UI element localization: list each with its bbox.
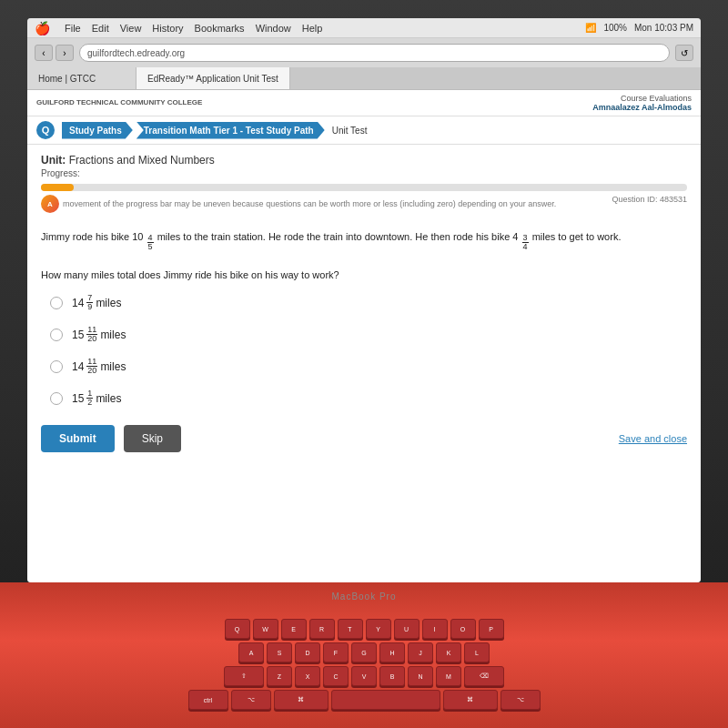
main-content: Unit: Fractions and Mixed Numbers Progre… [27, 145, 701, 461]
key-delete[interactable]: ⌫ [464, 666, 504, 686]
menu-bookmarks[interactable]: Bookmarks [195, 23, 245, 34]
key-l[interactable]: L [464, 642, 490, 662]
refresh-button[interactable]: ↺ [675, 45, 693, 61]
breadcrumb-q-icon: Q [36, 121, 55, 139]
question-text-part1: Jimmy rode his bike 10 [41, 231, 144, 242]
menu-window[interactable]: Window [256, 23, 291, 34]
key-a[interactable]: A [238, 642, 264, 662]
radio-4[interactable] [50, 392, 63, 405]
key-x[interactable]: X [295, 666, 320, 686]
mixed-num-2: 3 4 [521, 234, 530, 251]
nav-buttons: ‹ › [35, 45, 74, 61]
course-eval-section: Course Evaluations Amnaalazez Aal-Almoda… [592, 94, 692, 112]
progress-bar-fill [41, 184, 74, 191]
menu-file[interactable]: File [65, 23, 81, 34]
key-u[interactable]: U [394, 619, 420, 639]
key-q[interactable]: Q [225, 619, 250, 639]
key-r[interactable]: R [309, 619, 335, 639]
apple-menu-icon[interactable]: 🍎 [35, 21, 50, 35]
key-g[interactable]: G [351, 642, 377, 662]
choice-3: 14 11 20 miles [50, 358, 687, 375]
choice-4: 15 1 2 miles [50, 389, 687, 407]
course-eval-label: Course Evaluations [592, 94, 692, 103]
question-header: A movement of the progress bar may be un… [41, 195, 687, 222]
url-text: guilfordtech.edready.org [87, 48, 185, 58]
breadcrumb-study-paths[interactable]: Study Paths [62, 122, 133, 139]
keyboard-row-2: A S D F G H J K L [188, 642, 541, 662]
page-content: GUILFORD TECHNICAL COMMUNITY COLLEGE Cou… [27, 90, 701, 582]
key-z[interactable]: Z [267, 666, 292, 686]
fraction-1: 4 5 [147, 234, 154, 251]
tab-edready-label: EdReady™ Application Unit Test [147, 74, 278, 84]
tab-edready[interactable]: EdReady™ Application Unit Test [136, 67, 290, 89]
menubar: 🍎 File Edit View History Bookmarks Windo… [27, 18, 701, 38]
question-id: Question ID: 483531 [612, 195, 687, 204]
forward-button[interactable]: › [56, 45, 74, 61]
choice-1-whole: 14 [72, 297, 84, 309]
answer-choices: 14 7 9 miles 15 1 [50, 294, 687, 407]
breadcrumb-transition-math[interactable]: Transition Math Tier 1 - Test Study Path [136, 122, 325, 139]
key-e[interactable]: E [281, 619, 307, 639]
choice-3-whole: 14 [72, 360, 84, 373]
key-s[interactable]: S [267, 642, 292, 662]
key-v[interactable]: V [351, 666, 377, 686]
key-ctrl[interactable]: ctrl [188, 690, 228, 710]
progress-label: Progress: [41, 168, 687, 178]
college-logo: GUILFORD TECHNICAL COMMUNITY COLLEGE [36, 98, 202, 107]
key-j[interactable]: J [408, 642, 433, 662]
key-o[interactable]: O [450, 619, 476, 639]
key-d[interactable]: D [295, 642, 320, 662]
radio-2[interactable] [50, 329, 63, 341]
btn-group: Submit Skip [41, 425, 181, 452]
progress-note: A movement of the progress bar may be un… [41, 195, 556, 213]
key-p[interactable]: P [479, 619, 504, 639]
choice-2-fraction: 11 20 [86, 326, 97, 343]
keyboard-row-3: ⇧ Z X C V B N M ⌫ [188, 666, 541, 686]
submit-button[interactable]: Submit [41, 425, 115, 452]
clock: Mon 10:03 PM [634, 23, 693, 33]
key-n[interactable]: N [408, 666, 433, 686]
key-t[interactable]: T [338, 619, 363, 639]
tab-home[interactable]: Home | GTCC [27, 67, 136, 89]
browser-tabs: Home | GTCC EdReady™ Application Unit Te… [27, 67, 701, 89]
save-close-button[interactable]: Save and close [619, 433, 687, 444]
choice-3-fraction: 11 20 [86, 358, 97, 375]
key-b[interactable]: B [379, 666, 405, 686]
back-button[interactable]: ‹ [35, 45, 53, 61]
menu-edit[interactable]: Edit [92, 23, 109, 34]
key-k[interactable]: K [436, 642, 461, 662]
choice-3-unit: miles [100, 360, 126, 373]
radio-3[interactable] [50, 360, 63, 373]
choice-1: 14 7 9 miles [50, 294, 687, 311]
key-i[interactable]: I [422, 619, 448, 639]
menu-view[interactable]: View [120, 23, 142, 34]
key-w[interactable]: W [253, 619, 278, 639]
key-cmd[interactable]: ⌘ [274, 690, 329, 710]
menu-history[interactable]: History [152, 23, 183, 34]
breadcrumb-unit-test: Unit Test [332, 126, 368, 136]
key-f[interactable]: F [323, 642, 349, 662]
mixed-num-1: 4 5 [147, 234, 155, 251]
menu-help[interactable]: Help [302, 23, 323, 34]
key-shift[interactable]: ⇧ [224, 666, 264, 686]
keyboard-row-1: Q W E R T Y U I O P [188, 619, 541, 639]
key-alt-r[interactable]: ⌥ [500, 690, 541, 710]
unit-title: Unit: Fractions and Mixed Numbers [41, 154, 687, 167]
wifi-icon: 📶 [585, 23, 596, 33]
browser: 🍎 File Edit View History Bookmarks Windo… [27, 18, 701, 582]
skip-button[interactable]: Skip [124, 425, 181, 452]
key-y[interactable]: Y [366, 619, 391, 639]
radio-1[interactable] [50, 297, 63, 309]
menubar-right: 📶 100% Mon 10:03 PM [585, 23, 693, 33]
key-cmd-r[interactable]: ⌘ [443, 690, 498, 710]
choice-1-fraction: 7 9 [86, 294, 93, 311]
key-h[interactable]: H [379, 642, 405, 662]
address-bar[interactable]: guilfordtech.edready.org [79, 44, 670, 62]
key-c[interactable]: C [323, 666, 349, 686]
key-space[interactable] [331, 690, 440, 710]
keyboard-area: MacBook Pro Q W E R T Y U I O P A S D F … [0, 582, 728, 728]
choice-1-unit: miles [96, 297, 121, 309]
key-alt[interactable]: ⌥ [231, 690, 271, 710]
question-text-part4: How many miles total does Jimmy ride his… [41, 269, 339, 280]
key-m[interactable]: M [436, 666, 461, 686]
